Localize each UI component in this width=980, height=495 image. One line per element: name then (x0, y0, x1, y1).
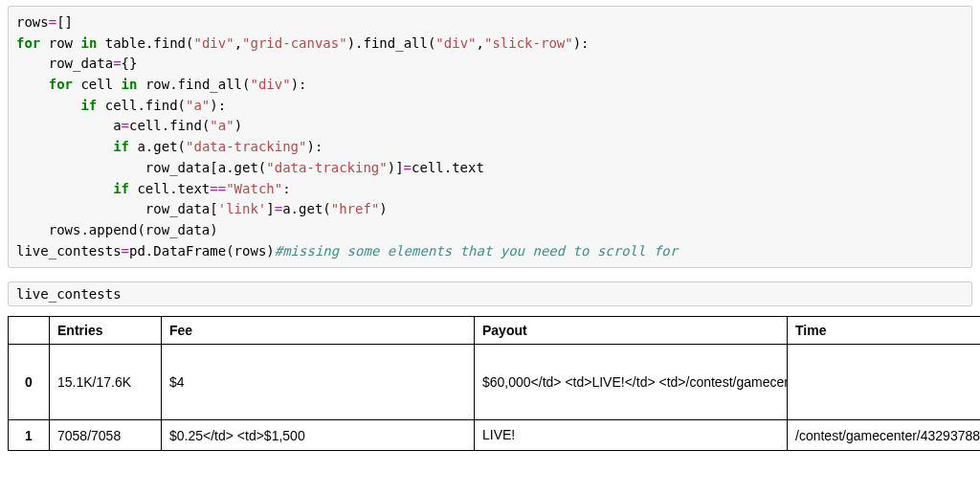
col-header-entries: Entries (50, 317, 162, 345)
table-row: 1 7058/7058 $0.25</td> <td>$1,500 LIVE! … (9, 420, 981, 451)
output-dataframe: Entries Fee Payout Time 0 15.1K/17.6K $4… (8, 316, 980, 451)
cell-entries: 15.1K/17.6K (50, 345, 162, 420)
cell-time: /contest/gamecenter/43293788 (788, 420, 981, 451)
col-header-fee: Fee (162, 317, 475, 345)
table-row: 0 15.1K/17.6K $4 $60,000</td> <td>LIVE!<… (9, 345, 981, 420)
row-index: 1 (9, 420, 50, 451)
cell-fee: $4 (162, 345, 475, 420)
cell-payout: $60,000</td> <td>LIVE!</td> <td>/contest… (475, 345, 788, 420)
col-header-payout: Payout (475, 317, 788, 345)
code-block: rows=[]for row in table.find("div","grid… (16, 12, 964, 261)
expression-cell: live_contests (8, 281, 972, 306)
corner-cell (9, 317, 50, 345)
cell-entries: 7058/7058 (50, 420, 162, 451)
code-cell: rows=[]for row in table.find("div","grid… (8, 6, 972, 268)
row-index: 0 (9, 345, 50, 420)
cell-payout: LIVE! (475, 420, 788, 451)
expression-text: live_contests (16, 286, 122, 302)
cell-time (788, 345, 981, 420)
col-header-time: Time (788, 317, 981, 345)
table-header-row: Entries Fee Payout Time (9, 317, 981, 345)
cell-fee: $0.25</td> <td>$1,500 (162, 420, 475, 451)
